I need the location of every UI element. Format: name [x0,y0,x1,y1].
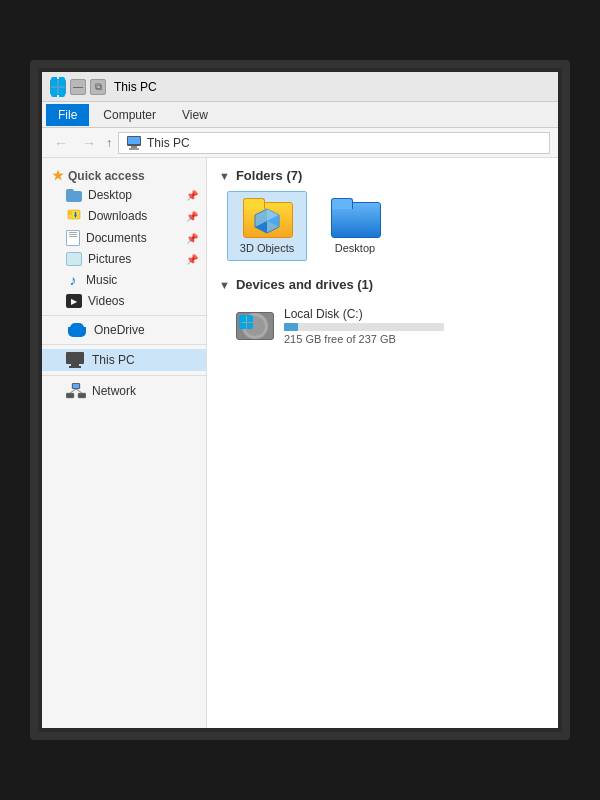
sidebar-downloads-label: Downloads [88,209,147,223]
pin-icon-desktop: 📌 [186,190,198,201]
sidebar-divider-3 [42,375,206,376]
nav-path[interactable]: This PC [118,132,550,154]
folder-icon-3d-objects [243,198,291,238]
nav-forward-button[interactable]: → [78,133,100,153]
sidebar-desktop-label: Desktop [88,188,132,202]
sidebar-documents-label: Documents [86,231,147,245]
menu-file[interactable]: File [46,104,89,126]
sidebar-pictures-label: Pictures [88,252,131,266]
sidebar-music-label: Music [86,273,117,287]
sidebar-divider-2 [42,344,206,345]
thispc-small-icon [127,136,143,150]
menu-view[interactable]: View [170,104,220,126]
pin-icon-downloads: 📌 [186,211,198,222]
music-icon: ♪ [66,272,80,288]
monitor-frame: — ⧉ This PC File Computer View ← → ↑ [30,60,570,740]
sidebar-item-music[interactable]: ♪ Music [42,269,206,291]
folder-item-3d-objects[interactable]: 3D Objects [227,191,307,261]
network-icon [66,383,86,399]
app-icon [50,79,66,95]
drive-space-c: 215 GB free of 237 GB [284,333,537,345]
title-bar: — ⧉ This PC [42,72,558,102]
svg-line-17 [76,389,82,393]
svg-rect-3 [129,148,139,150]
sidebar-divider-1 [42,315,206,316]
title-bar-icons: — ⧉ [50,79,106,95]
sidebar-item-documents[interactable]: Documents 📌 [42,227,206,249]
svg-rect-5 [68,211,72,215]
drive-name-c: Local Disk (C:) [284,307,537,321]
svg-rect-2 [131,146,137,148]
sidebar-item-onedrive[interactable]: OneDrive [42,320,206,340]
onedrive-icon [66,323,88,337]
sidebar-thispc-label: This PC [92,353,135,367]
drive-item-c[interactable]: Local Disk (C:) 215 GB free of 237 GB [227,300,546,352]
quick-access-header: ★ Quick access [42,166,206,185]
svg-line-16 [70,389,76,393]
svg-rect-13 [73,384,79,388]
nav-bar: ← → ↑ This PC [42,128,558,158]
folder-label-desktop: Desktop [335,242,375,254]
documents-icon [66,230,80,246]
menu-computer[interactable]: Computer [91,104,168,126]
sidebar-item-downloads[interactable]: Downloads 📌 [42,205,206,227]
desktop-folder-icon [66,189,82,202]
main-content: ★ Quick access Desktop 📌 [42,158,558,728]
restore-icon[interactable]: ⧉ [90,79,106,95]
drives-grid: Local Disk (C:) 215 GB free of 237 GB [219,300,546,352]
nav-up-button[interactable]: ↑ [106,136,112,150]
devices-section-header: ▼ Devices and drives (1) [219,277,546,292]
folder-label-3d-objects: 3D Objects [240,242,294,254]
drive-bar-c [284,323,444,331]
window-title: This PC [114,80,157,94]
sidebar-item-network[interactable]: Network [42,380,206,402]
folders-section-header: ▼ Folders (7) [219,168,546,183]
sidebar-item-thispc[interactable]: This PC [42,349,206,371]
thispc-icon [66,352,86,368]
screen: — ⧉ This PC File Computer View ← → ↑ [42,72,558,728]
folder-item-desktop[interactable]: Desktop [315,191,395,261]
devices-section-label: Devices and drives (1) [236,277,373,292]
menu-bar: File Computer View [42,102,558,128]
sidebar-network-label: Network [92,384,136,398]
downloads-icon [66,208,82,224]
svg-rect-10 [71,364,79,366]
videos-icon: ▶ [66,294,82,308]
svg-rect-1 [128,137,140,144]
hdd-icon [236,312,274,340]
sidebar-item-pictures[interactable]: Pictures 📌 [42,249,206,269]
folder-icon-desktop [331,198,379,238]
folders-grid: 3D Objects Desktop [219,191,546,261]
folders-chevron-icon: ▼ [219,170,230,182]
drive-info-c: Local Disk (C:) 215 GB free of 237 GB [284,307,537,345]
pin-icon-pictures: 📌 [186,254,198,265]
pictures-icon [66,252,82,266]
content-area: ▼ Folders (7) [207,158,558,728]
svg-rect-9 [67,353,83,362]
sidebar-onedrive-label: OneDrive [94,323,145,337]
windows-drive-logo [239,315,253,329]
quick-access-label: Quick access [68,169,145,183]
windows-logo-icon [51,77,65,97]
nav-back-button[interactable]: ← [50,133,72,153]
pin-icon-documents: 📌 [186,233,198,244]
sidebar-item-desktop[interactable]: Desktop 📌 [42,185,206,205]
svg-rect-14 [66,393,74,398]
drive-bar-fill-c [284,323,298,331]
svg-rect-11 [69,366,81,368]
svg-rect-15 [78,393,86,398]
sidebar-videos-label: Videos [88,294,124,308]
devices-chevron-icon: ▼ [219,279,230,291]
sidebar-item-videos[interactable]: ▶ Videos [42,291,206,311]
minimize-icon[interactable]: — [70,79,86,95]
sidebar: ★ Quick access Desktop 📌 [42,158,207,728]
nav-path-text: This PC [147,136,190,150]
star-icon: ★ [52,168,64,183]
folders-section-label: Folders (7) [236,168,302,183]
